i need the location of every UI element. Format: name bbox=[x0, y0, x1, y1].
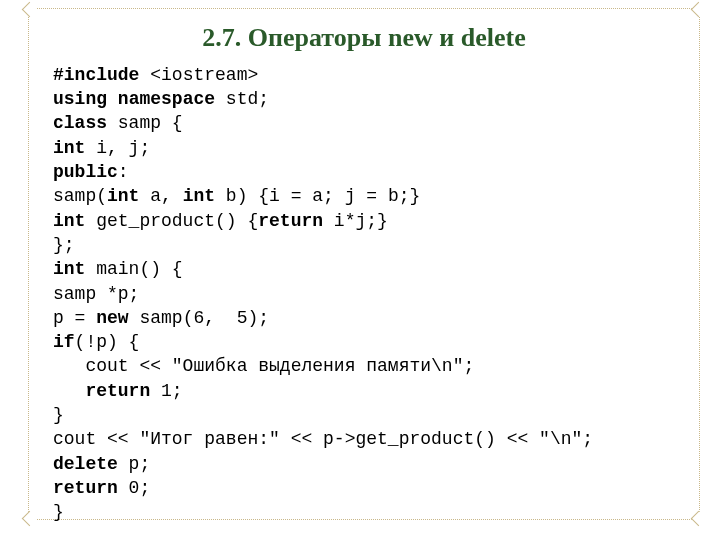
keyword: namespace bbox=[118, 89, 215, 109]
keyword: return bbox=[85, 381, 150, 401]
code-text: <iostream> bbox=[139, 65, 258, 85]
corner-decoration bbox=[22, 2, 38, 18]
code-text: p; bbox=[118, 454, 150, 474]
code-text: : bbox=[118, 162, 129, 182]
corner-decoration bbox=[22, 511, 38, 527]
code-text: std; bbox=[215, 89, 269, 109]
keyword: int bbox=[53, 259, 85, 279]
corner-decoration bbox=[691, 2, 707, 18]
keyword: using bbox=[53, 89, 107, 109]
section-heading: 2.7. Операторы new и delete bbox=[53, 23, 675, 53]
code-text: samp(6, 5); bbox=[129, 308, 269, 328]
code-block: #include <iostream> using namespace std;… bbox=[53, 63, 675, 525]
code-text: cout << "Ошибка выделения памяти\n"; bbox=[53, 356, 474, 376]
keyword: int bbox=[183, 186, 215, 206]
keyword: return bbox=[258, 211, 323, 231]
keyword: int bbox=[53, 211, 85, 231]
code-text: } bbox=[53, 405, 64, 425]
code-text: get_product() { bbox=[85, 211, 258, 231]
keyword: int bbox=[107, 186, 139, 206]
code-text: (!p) { bbox=[75, 332, 140, 352]
keyword: return bbox=[53, 478, 118, 498]
code-text: p = bbox=[53, 308, 96, 328]
code-text: main() { bbox=[85, 259, 182, 279]
code-text: 1; bbox=[150, 381, 182, 401]
code-text: i, j; bbox=[85, 138, 150, 158]
code-text: samp { bbox=[107, 113, 183, 133]
corner-decoration bbox=[691, 511, 707, 527]
code-text: samp( bbox=[53, 186, 107, 206]
code-text: a, bbox=[139, 186, 182, 206]
keyword: delete bbox=[53, 454, 118, 474]
keyword: if bbox=[53, 332, 75, 352]
code-text: i*j;} bbox=[323, 211, 388, 231]
code-text: cout << "Итог равен:" << p->get_product(… bbox=[53, 429, 593, 449]
code-text: samp *p; bbox=[53, 284, 139, 304]
keyword: int bbox=[53, 138, 85, 158]
slide-frame: 2.7. Операторы new и delete #include <io… bbox=[28, 8, 700, 520]
code-text: }; bbox=[53, 235, 75, 255]
keyword: class bbox=[53, 113, 107, 133]
keyword: #include bbox=[53, 65, 139, 85]
keyword: new bbox=[96, 308, 128, 328]
code-text: } bbox=[53, 502, 64, 522]
code-text: b) {i = a; j = b;} bbox=[215, 186, 420, 206]
code-text: 0; bbox=[118, 478, 150, 498]
keyword: public bbox=[53, 162, 118, 182]
code-text bbox=[53, 381, 85, 401]
code-text bbox=[107, 89, 118, 109]
